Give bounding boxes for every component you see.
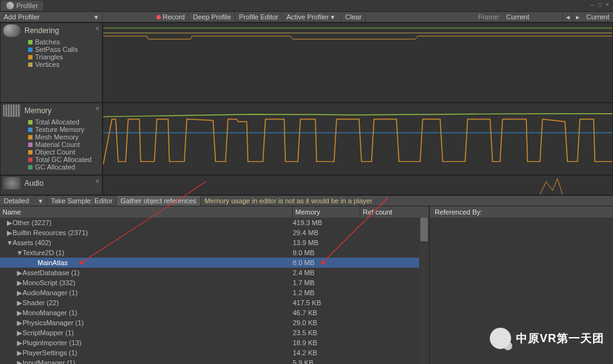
prev-frame-button[interactable]: ◂ <box>562 13 572 21</box>
tree-label: PhysicsManager (1) <box>23 319 84 326</box>
tree-memory: 46.7 KB <box>293 309 360 316</box>
collapsed-icon[interactable]: ▶ <box>16 339 23 347</box>
legend-item[interactable]: SetPass Calls <box>28 46 102 53</box>
expanded-icon[interactable]: ▼ <box>6 239 13 246</box>
memory-icon <box>3 104 21 117</box>
watermark: 中原VR第一天团 <box>490 328 604 349</box>
collapsed-icon[interactable]: ▶ <box>16 269 23 277</box>
legend-item[interactable]: Total Allocated <box>28 118 102 126</box>
current-button[interactable]: Current <box>582 12 613 22</box>
legend-label: Mesh Memory <box>35 133 79 141</box>
collapsed-icon[interactable]: ▶ <box>16 289 23 297</box>
memory-graph[interactable] <box>103 103 613 175</box>
tree-row[interactable]: ▶AssetDatabase (1)2.4 MB <box>0 268 429 278</box>
tree-label: AudioManager (1) <box>23 289 78 296</box>
tree-label: Builtin Resources (2371) <box>13 229 88 236</box>
minimize-icon[interactable]: – <box>590 1 595 6</box>
tree-row[interactable]: ▶MonoScript (332)1.7 MB <box>0 278 429 288</box>
active-profiler-button[interactable]: Active Profiler ▾ <box>283 12 342 22</box>
collapsed-icon[interactable]: ▶ <box>16 349 23 357</box>
add-profiler-button[interactable]: Add Profiler ▾ <box>0 12 103 22</box>
next-frame-button[interactable]: ▸ <box>572 13 582 21</box>
rendering-legend: BatchesSetPass CallsTrianglesVertices <box>1 38 102 71</box>
legend-item[interactable]: Object Count <box>28 148 102 156</box>
rendering-module: × Rendering BatchesSetPass CallsTriangle… <box>0 23 103 103</box>
record-button[interactable]: Record <box>153 12 189 22</box>
watermark-text: 中原VR第一天团 <box>516 331 604 346</box>
legend-item[interactable]: Batches <box>28 38 102 46</box>
collapsed-icon[interactable]: ▶ <box>6 219 13 227</box>
tree-label: InputManager (1) <box>23 359 75 364</box>
collapsed-icon[interactable]: ▶ <box>16 309 23 317</box>
tree-row[interactable]: ▶AudioManager (1)1.2 MB <box>0 288 429 298</box>
collapsed-icon[interactable]: ▶ <box>16 329 23 337</box>
tree-memory: 2.4 MB <box>293 269 360 276</box>
collapsed-icon[interactable]: ▶ <box>16 279 23 287</box>
legend-label: Batches <box>35 38 60 46</box>
tree-label: Texture2D (1) <box>23 249 64 256</box>
collapsed-icon[interactable]: ▶ <box>16 299 23 307</box>
tab-bar: Profiler – □ × <box>0 0 613 11</box>
tree-label: PluginImporter (13) <box>23 339 81 346</box>
tree-label: Shader (22) <box>23 299 59 306</box>
audio-graph[interactable] <box>103 175 613 195</box>
rendering-graph[interactable] <box>103 23 613 103</box>
col-refcount[interactable]: Ref count <box>360 206 429 218</box>
collapsed-icon[interactable]: ▶ <box>16 319 23 327</box>
col-name[interactable]: Name <box>0 206 293 218</box>
tree-row[interactable]: ▼Assets (402)13.9 MB <box>0 238 429 248</box>
legend-item[interactable]: Total GC Allocated <box>28 156 102 163</box>
tree-row[interactable]: ▶Shader (22)417.5 KB <box>0 298 429 308</box>
wechat-icon <box>490 328 511 349</box>
vertical-scrollbar[interactable] <box>419 218 429 364</box>
scrollbar-thumb[interactable] <box>420 218 428 241</box>
collapsed-icon[interactable]: ▶ <box>16 359 23 365</box>
tree-row[interactable]: ▶PlayerSettings (1)14.2 KB <box>0 348 429 358</box>
col-referenced-by: Referenced By: <box>430 206 485 218</box>
legend-item[interactable]: Vertices <box>28 61 102 68</box>
tree-row[interactable]: ▶Other (3227)419.3 MB <box>0 218 429 228</box>
record-icon <box>156 15 161 19</box>
tree-row[interactable]: MainAtlas8.0 MB <box>0 258 429 268</box>
tree-row[interactable]: ▶PhysicsManager (1)29.0 KB <box>0 318 429 328</box>
module-close-icon[interactable]: × <box>95 24 99 33</box>
legend-color-icon <box>28 40 33 44</box>
collapsed-icon[interactable]: ▶ <box>6 229 13 237</box>
tree-label: ScriptMapper (1) <box>23 329 74 336</box>
dropdown-icon: ▾ <box>94 13 98 21</box>
tree-row[interactable]: ▼Texture2D (1)8.0 MB <box>0 248 429 258</box>
legend-color-icon <box>28 143 33 147</box>
tree-memory: 23.5 KB <box>293 329 360 336</box>
legend-label: Material Count <box>35 141 80 148</box>
tree-row[interactable]: ▶PluginImporter (13)18.9 KB <box>0 338 429 348</box>
legend-item[interactable]: GC Allocated <box>28 163 102 171</box>
clear-button[interactable]: Clear <box>342 12 366 22</box>
take-sample-button[interactable]: Take Sample: Editor <box>47 196 116 206</box>
tree-row[interactable]: ▶MonoManager (1)46.7 KB <box>0 308 429 318</box>
legend-item[interactable]: Texture Memory <box>28 126 102 133</box>
tree-row[interactable]: ▶ScriptMapper (1)23.5 KB <box>0 328 429 338</box>
tree-row[interactable]: ▶Builtin Resources (2371)29.4 MB <box>0 228 429 238</box>
tree-label: PlayerSettings (1) <box>23 349 77 356</box>
close-icon[interactable]: × <box>605 1 610 6</box>
legend-item[interactable]: Triangles <box>28 53 102 61</box>
deep-profile-button[interactable]: Deep Profile <box>189 12 235 22</box>
tree-label: MonoScript (332) <box>23 279 75 286</box>
expanded-icon[interactable]: ▼ <box>16 249 23 256</box>
legend-color-icon <box>28 165 33 169</box>
module-close-icon[interactable]: × <box>95 104 99 113</box>
gather-references-button[interactable]: Gather object references <box>117 196 201 206</box>
col-memory[interactable]: Memory <box>293 206 360 218</box>
profile-editor-button[interactable]: Profile Editor <box>235 12 283 22</box>
module-close-icon[interactable]: × <box>95 177 99 186</box>
tree-memory: 29.4 MB <box>293 229 360 236</box>
tree-row[interactable]: ▶InputManager (1)5.9 KB <box>0 358 429 364</box>
maximize-icon[interactable]: □ <box>598 1 603 6</box>
legend-item[interactable]: Material Count <box>28 141 102 148</box>
rendering-title: Rendering <box>24 26 59 35</box>
detail-mode-dropdown[interactable]: Detailed ▾ <box>0 196 47 206</box>
legend-item[interactable]: Mesh Memory <box>28 133 102 141</box>
tree-memory: 1.7 MB <box>293 279 360 286</box>
tab-label: Profiler <box>16 2 38 9</box>
tab-profiler[interactable]: Profiler <box>1 1 43 11</box>
